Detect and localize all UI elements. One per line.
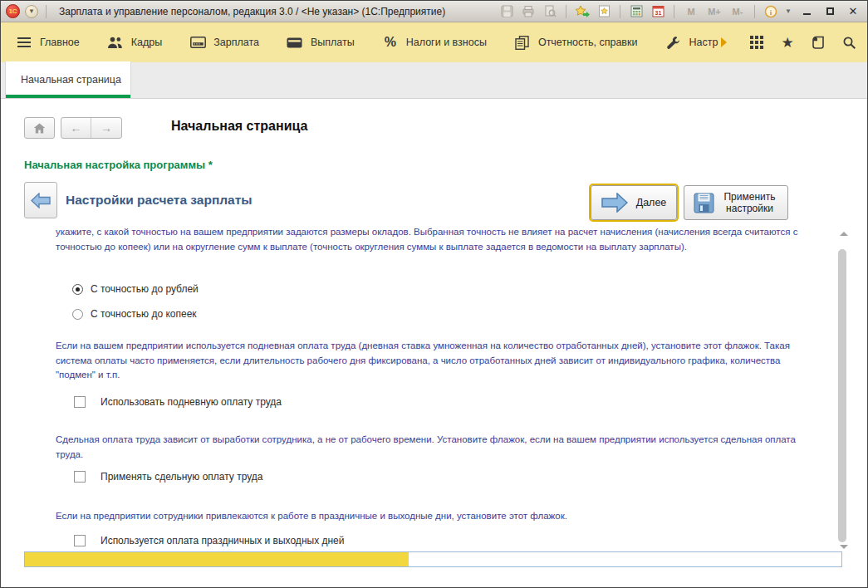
daily-pay-instruction-text: Если на вашем предприятии используется п…	[56, 339, 808, 383]
section-back-button[interactable]	[24, 182, 57, 218]
section-menu-bar: Главное Кадры Зарплата Выплаты % Налоги …	[1, 22, 867, 62]
radio-precision-kopecks[interactable]: С точностью до копеек	[72, 308, 197, 320]
radio-precision-rubles[interactable]: С точностью до рублей	[72, 283, 199, 295]
menu-item-settings[interactable]: Настр	[664, 30, 718, 55]
wizard-heading: Начальная настройка программы *	[24, 159, 213, 171]
radio-button-icon	[72, 309, 83, 320]
svg-text:31: 31	[655, 10, 661, 16]
section-title: Настройки расчета зарплаты	[66, 193, 253, 208]
info-icon[interactable]: i	[763, 4, 779, 19]
all-functions-grid-icon[interactable]	[748, 35, 765, 50]
wrench-icon	[664, 35, 681, 50]
precision-instruction-text: укажите, с какой точностью на вашем пред…	[56, 225, 808, 254]
scrollbar-down-arrow[interactable]	[840, 545, 848, 549]
back-button[interactable]: ←	[61, 118, 91, 138]
wallet-icon	[287, 35, 303, 50]
forward-button[interactable]: →	[91, 118, 121, 138]
maximize-button[interactable]	[821, 4, 839, 19]
favorites-icon[interactable]	[596, 4, 612, 19]
wizard-progress-bar	[24, 551, 842, 567]
checkbox-piecework-pay[interactable]: Применять сдельную оплату труда	[74, 471, 263, 483]
radio-button-icon	[72, 284, 83, 295]
menu-item-salary[interactable]: Зарплата	[189, 30, 259, 55]
holidays-instruction-text: Если на предприятии сотрудники привлекаю…	[56, 509, 808, 524]
minimize-button[interactable]	[797, 4, 816, 19]
checkbox-icon	[74, 471, 86, 483]
save-settings-icon	[694, 193, 714, 213]
app-window: 1С ▼ Зарплата и управление персоналом, р…	[0, 0, 868, 588]
apply-settings-button[interactable]: Применить настройки	[684, 185, 788, 220]
card-icon	[189, 35, 206, 50]
menu-item-payments[interactable]: Выплаты	[287, 30, 355, 55]
history-icon[interactable]	[810, 35, 826, 50]
scrollbar-thumb[interactable]	[838, 249, 846, 542]
checkbox-icon	[74, 535, 86, 546]
next-button[interactable]: Далее	[591, 185, 677, 220]
title-bar: 1С ▼ Зарплата и управление персоналом, р…	[1, 1, 867, 22]
menu-overflow-arrow-icon[interactable]	[721, 37, 727, 47]
save-icon[interactable]	[498, 4, 515, 19]
print-preview-icon[interactable]	[542, 4, 558, 19]
percent-icon: %	[382, 35, 399, 50]
print-icon[interactable]	[520, 4, 537, 19]
close-button[interactable]: ✕	[844, 4, 862, 19]
people-icon	[107, 35, 124, 50]
main-menu-dropdown-button[interactable]: ▼	[25, 5, 38, 18]
calculator-icon[interactable]	[628, 4, 645, 19]
separator	[620, 5, 620, 18]
start-page-content: ← → Начальная страница Начальная настрой…	[1, 99, 867, 587]
calendar-icon[interactable]: 31	[650, 4, 666, 19]
checkbox-daily-pay[interactable]: Использовать подневную оплату труда	[74, 396, 282, 408]
piecework-instruction-text: Сдельная оплата труда зависит от выработ…	[56, 433, 808, 462]
add-favorite-icon[interactable]	[574, 4, 591, 19]
memory-minus-button[interactable]: M-	[728, 7, 747, 17]
favorites-star-icon[interactable]: ★	[779, 35, 796, 50]
back-arrow-icon	[31, 193, 51, 208]
window-title: Зарплата и управление персоналом, редакц…	[59, 6, 493, 17]
1c-logo-icon: 1С	[6, 4, 20, 18]
checkbox-holiday-pay[interactable]: Используется оплата праздничных и выходн…	[74, 535, 344, 546]
separator	[674, 5, 674, 18]
memory-recall-button[interactable]: M	[682, 7, 700, 17]
search-icon[interactable]	[841, 35, 857, 50]
separator	[754, 5, 755, 18]
home-icon	[33, 123, 46, 134]
menu-right-cluster: ★	[748, 35, 857, 50]
scrollbar-up-arrow[interactable]	[840, 232, 848, 236]
checkbox-icon	[74, 396, 86, 408]
menu-item-main[interactable]: Главное	[16, 30, 80, 55]
history-nav-group: ← →	[61, 117, 122, 139]
memory-plus-button[interactable]: M+	[705, 7, 723, 17]
separator	[566, 5, 566, 18]
tab-bar: Начальная страница	[1, 62, 867, 99]
hamburger-icon	[16, 35, 32, 50]
menu-item-staff[interactable]: Кадры	[107, 30, 162, 55]
separator	[46, 5, 47, 18]
next-arrow-icon	[601, 193, 628, 213]
tab-start-page[interactable]: Начальная страница	[5, 61, 131, 98]
info-dropdown-icon[interactable]: ▼	[784, 4, 792, 19]
home-button[interactable]	[24, 117, 55, 139]
progress-fill	[25, 552, 409, 566]
menu-item-reports[interactable]: Отчетность, справки	[514, 30, 638, 55]
menu-item-taxes[interactable]: % Налоги и взносы	[382, 30, 487, 55]
documents-icon	[514, 35, 531, 50]
page-title: Начальная страница	[171, 119, 307, 134]
